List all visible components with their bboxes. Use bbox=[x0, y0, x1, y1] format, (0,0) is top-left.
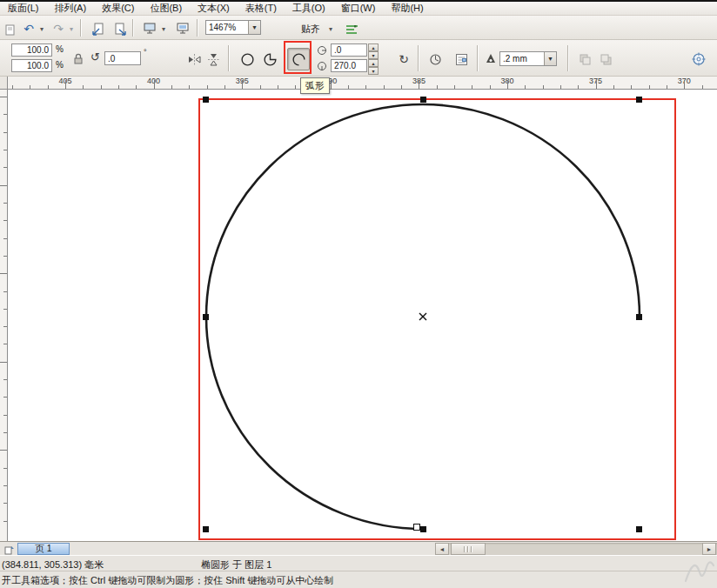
pie-button[interactable] bbox=[259, 49, 280, 70]
text-wrap-button[interactable] bbox=[451, 49, 472, 70]
scale-x-field[interactable]: 100.0 bbox=[11, 43, 52, 57]
scale-y-percent-label: % bbox=[56, 60, 64, 70]
page-tab-1[interactable]: 页 1 bbox=[17, 543, 70, 555]
arc-start-spinner[interactable]: ▴▾ bbox=[368, 43, 379, 57]
ruler-tick bbox=[189, 85, 190, 89]
dynamic-guides-button[interactable] bbox=[341, 19, 362, 38]
fullscreen-preview-button[interactable] bbox=[172, 19, 193, 38]
zoom-level-combo[interactable]: 1467% ▼ bbox=[205, 20, 261, 35]
selection-handle[interactable] bbox=[636, 97, 642, 103]
arc-end-node[interactable] bbox=[413, 524, 420, 531]
menu-item-text[interactable]: 文本(X) bbox=[190, 2, 238, 15]
export-button[interactable] bbox=[110, 19, 131, 38]
spin-up-icon[interactable]: ▴ bbox=[368, 59, 379, 67]
ruler-tick bbox=[3, 397, 7, 398]
arc-start-angle-value: .0 bbox=[334, 45, 341, 55]
selection-handle[interactable] bbox=[420, 526, 426, 532]
menu-item-table[interactable]: 表格(T) bbox=[238, 2, 285, 15]
scroll-right-icon[interactable]: ► bbox=[702, 543, 716, 555]
ruler-tick bbox=[0, 185, 7, 186]
undo-button[interactable]: ↶ bbox=[19, 19, 38, 38]
ruler-tick bbox=[419, 80, 419, 89]
lock-ratio-button[interactable] bbox=[70, 49, 87, 68]
clockwise-arc-button[interactable] bbox=[425, 49, 446, 70]
ruler-tick bbox=[507, 80, 508, 89]
ruler-tick bbox=[30, 85, 30, 89]
zoom-dropdown-icon[interactable]: ▼ bbox=[248, 21, 260, 34]
ruler-tick bbox=[578, 85, 579, 89]
menu-item-effects[interactable]: 效果(C) bbox=[94, 2, 142, 15]
ruler-tick bbox=[454, 85, 455, 89]
selection-handle[interactable] bbox=[203, 526, 209, 532]
menu-item-arrange[interactable]: 排列(A) bbox=[46, 2, 94, 15]
arc-end-angle-value: 270.0 bbox=[334, 61, 356, 70]
page-tab-label: 页 1 bbox=[35, 543, 51, 555]
snap-to-button[interactable]: 贴齐 bbox=[292, 19, 329, 38]
ellipse-button[interactable] bbox=[237, 49, 258, 70]
app-window: { "menu": { "items": ["版面(L)", "排列(A)", … bbox=[0, 0, 717, 588]
ruler-tick bbox=[3, 503, 7, 504]
selection-handle[interactable] bbox=[636, 314, 642, 320]
horizontal-ruler[interactable]: 405400395390385380375370 bbox=[0, 77, 717, 90]
ruler-tick bbox=[348, 85, 349, 89]
launcher-dropdown-icon[interactable]: ▾ bbox=[158, 19, 169, 38]
menu-item-window[interactable]: 窗口(W) bbox=[333, 2, 384, 15]
redo-button[interactable]: ↷ bbox=[49, 19, 68, 38]
selection-handle[interactable] bbox=[203, 97, 209, 103]
wrap-front-button[interactable] bbox=[574, 49, 595, 70]
ruler-tick bbox=[702, 85, 703, 89]
application-launcher-button[interactable] bbox=[139, 19, 160, 38]
vertical-ruler[interactable] bbox=[0, 90, 8, 541]
ruler-tick bbox=[3, 203, 7, 204]
arc-end-spinner[interactable]: ▴▾ bbox=[368, 59, 379, 72]
wrap-back-button[interactable] bbox=[595, 49, 616, 70]
spin-down-icon[interactable]: ▾ bbox=[368, 67, 379, 75]
ruler-tick bbox=[3, 309, 7, 310]
scroll-left-icon[interactable]: ◄ bbox=[435, 543, 449, 555]
propbar-separator bbox=[477, 45, 479, 71]
mirror-horizontal-button[interactable] bbox=[184, 50, 204, 69]
ruler-tick bbox=[65, 80, 66, 89]
selection-handle[interactable] bbox=[636, 526, 642, 532]
page-and-scroll-bar: 页 1 ◄ ► bbox=[0, 541, 717, 555]
ruler-tick bbox=[596, 80, 597, 89]
menu-item-bitmaps[interactable]: 位图(B) bbox=[142, 2, 190, 15]
ruler-tick bbox=[0, 273, 7, 274]
ruler-tick bbox=[3, 291, 7, 292]
ruler-tick bbox=[118, 85, 119, 89]
ruler-tick bbox=[613, 85, 614, 89]
rotation-angle-field[interactable]: .0 bbox=[104, 51, 141, 65]
ruler-tick bbox=[0, 362, 7, 363]
scrollbar-thumb[interactable] bbox=[451, 543, 486, 555]
scale-y-field[interactable]: 100.0 bbox=[11, 59, 52, 72]
spin-up-icon[interactable]: ▴ bbox=[368, 43, 379, 51]
menu-item-help[interactable]: 帮助(H) bbox=[383, 2, 431, 15]
menu-item-layout[interactable]: 版面(L) bbox=[0, 2, 46, 15]
spin-down-icon[interactable]: ▾ bbox=[368, 51, 379, 59]
propbar-separator bbox=[228, 45, 230, 71]
import-button[interactable] bbox=[87, 19, 108, 38]
tool-hint-text: 开工具箱选项；按住 Ctrl 键拖动可限制为圆形；按住 Shift 键拖动可从中… bbox=[2, 574, 333, 587]
arc-start-angle-field[interactable]: .0 bbox=[331, 43, 367, 57]
change-direction-button[interactable]: ↻ bbox=[393, 49, 414, 70]
interactive-wheel-icon[interactable] bbox=[687, 48, 710, 70]
propbar-separator bbox=[567, 45, 569, 71]
ruler-origin-box[interactable] bbox=[0, 77, 8, 90]
snap-dropdown-icon[interactable]: ▾ bbox=[325, 19, 336, 38]
selection-handle[interactable] bbox=[420, 97, 426, 103]
cursor-coordinates: (384.811, 305.313) 毫米 bbox=[2, 558, 104, 571]
redo-dropdown-icon[interactable]: ▾ bbox=[66, 19, 77, 38]
ruler-tick bbox=[3, 432, 7, 433]
ruler-tick bbox=[3, 344, 7, 344]
outline-width-combo[interactable]: .2 mm ▼ bbox=[499, 51, 557, 66]
mirror-vertical-button[interactable] bbox=[204, 50, 223, 69]
drawing-canvas[interactable] bbox=[0, 90, 717, 541]
undo-dropdown-icon[interactable]: ▾ bbox=[37, 19, 47, 38]
scale-y-value: 100.0 bbox=[27, 61, 49, 70]
outline-width-dropdown-icon[interactable]: ▼ bbox=[544, 52, 556, 65]
menu-item-tools[interactable]: 工具(O) bbox=[285, 2, 333, 15]
ruler-tick bbox=[543, 85, 544, 89]
arc-end-angle-field[interactable]: 270.0 bbox=[331, 59, 367, 72]
selection-handle[interactable] bbox=[203, 314, 209, 320]
menu-bar: 版面(L) 排列(A) 效果(C) 位图(B) 文本(X) 表格(T) 工具(O… bbox=[0, 2, 717, 16]
